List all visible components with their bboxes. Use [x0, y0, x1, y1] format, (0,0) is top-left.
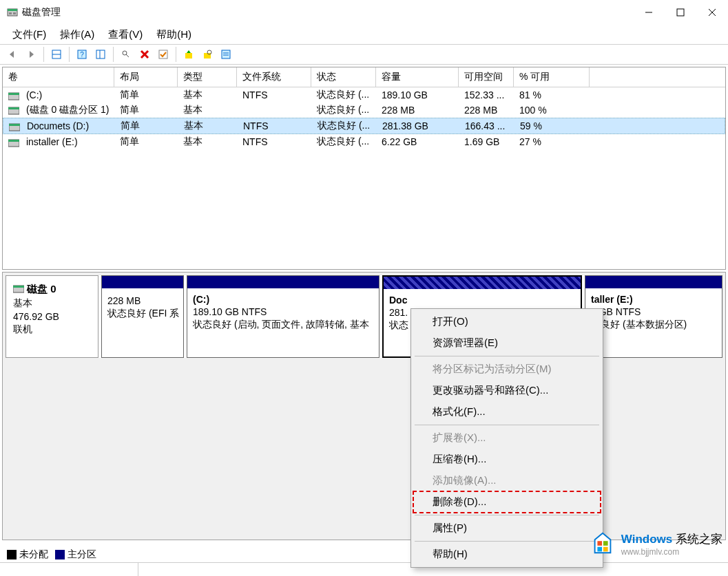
disk-row: 磁盘 0 基本 476.92 GB 联机 228 MB状态良好 (EFI 系(C… — [6, 275, 722, 358]
volume-table: 卷 布局 类型 文件系统 状态 容量 可用空间 % 可用 (C:)简单基本NTF… — [2, 67, 726, 270]
cm-extend: 扩展卷(X)... — [413, 427, 601, 449]
svg-text:?: ? — [80, 51, 84, 58]
menu-action[interactable]: 操作(A) — [54, 27, 100, 43]
svg-rect-5 — [677, 9, 684, 16]
col-free[interactable]: 可用空间 — [459, 67, 514, 87]
forward-button[interactable] — [23, 46, 39, 63]
svg-rect-35 — [597, 541, 602, 546]
svg-rect-34 — [13, 286, 24, 288]
svg-rect-32 — [8, 140, 19, 142]
watermark-icon — [590, 531, 616, 557]
svg-rect-37 — [597, 547, 602, 552]
cm-properties[interactable]: 属性(P) — [413, 518, 601, 539]
app-icon — [7, 7, 18, 18]
menu-help[interactable]: 帮助(H) — [151, 27, 197, 43]
table-row[interactable]: installer (E:)简单基本NTFS状态良好 (...6.22 GB1.… — [3, 134, 725, 149]
menubar: 文件(F) 操作(A) 查看(V) 帮助(H) — [0, 25, 728, 44]
back-button[interactable] — [4, 46, 21, 63]
partition[interactable]: (C:)189.10 GB NTFS状态良好 (启动, 页面文件, 故障转储, … — [187, 275, 379, 358]
svg-rect-26 — [8, 93, 19, 95]
cm-add-mirror: 添加镜像(A)... — [413, 470, 601, 491]
minimize-button[interactable] — [633, 0, 665, 25]
svg-rect-38 — [603, 547, 608, 552]
svg-line-15 — [126, 54, 129, 57]
cm-shrink[interactable]: 压缩卷(H)... — [413, 449, 601, 470]
col-layout[interactable]: 布局 — [114, 67, 178, 87]
menu-view[interactable]: 查看(V) — [103, 27, 148, 43]
toolbar-icon-2[interactable] — [199, 46, 216, 63]
partition[interactable]: 228 MB状态良好 (EFI 系 — [101, 275, 184, 358]
svg-rect-1 — [8, 9, 17, 11]
toolbar-icon-1[interactable] — [180, 46, 197, 63]
col-pct[interactable]: % 可用 — [514, 67, 590, 87]
cm-delete-volume[interactable]: 删除卷(D)... — [413, 491, 601, 513]
disk-graphical-view: 磁盘 0 基本 476.92 GB 联机 228 MB状态良好 (EFI 系(C… — [2, 272, 726, 540]
svg-rect-30 — [9, 124, 20, 126]
window-title: 磁盘管理 — [22, 6, 633, 19]
svg-rect-12 — [96, 50, 105, 58]
table-row[interactable]: Documets (D:)简单基本NTFS状态良好 (...281.38 GB1… — [3, 118, 725, 134]
toolbar-properties-icon[interactable] — [218, 46, 234, 63]
toolbar: ? — [0, 44, 728, 65]
menu-file[interactable]: 文件(F) — [7, 27, 52, 43]
table-row[interactable]: (C:)简单基本NTFS状态良好 (...189.10 GB152.33 ...… — [3, 87, 725, 103]
cm-format[interactable]: 格式化(F)... — [413, 401, 601, 423]
svg-rect-3 — [13, 12, 16, 14]
context-menu: 打开(O) 资源管理器(E) 将分区标记为活动分区(M) 更改驱动器号和路径(C… — [410, 308, 603, 568]
legend-primary-icon — [55, 550, 65, 559]
disk-icon — [13, 284, 24, 295]
table-header: 卷 布局 类型 文件系统 状态 容量 可用空间 % 可用 — [3, 67, 725, 87]
statusbar — [0, 562, 728, 576]
toolbar-view1[interactable] — [48, 46, 65, 63]
svg-rect-18 — [159, 50, 167, 58]
col-status[interactable]: 状态 — [311, 67, 376, 87]
svg-rect-20 — [204, 53, 211, 58]
col-fs[interactable]: 文件系统 — [237, 67, 311, 87]
watermark: Windows 系统之家 www.bjjmlv.com — [590, 531, 722, 557]
col-capacity[interactable]: 容量 — [376, 67, 459, 87]
legend-unallocated-icon — [7, 550, 17, 559]
cm-open[interactable]: 打开(O) — [413, 311, 601, 332]
legend: 未分配 主分区 — [7, 548, 96, 561]
svg-rect-22 — [222, 50, 230, 58]
col-volume[interactable]: 卷 — [3, 67, 114, 87]
toolbar-help-icon[interactable]: ? — [74, 46, 90, 63]
maximize-button[interactable] — [665, 0, 696, 25]
toolbar-view2[interactable] — [92, 46, 109, 63]
col-type[interactable]: 类型 — [178, 67, 237, 87]
partition[interactable]: taller (E:)2 GB NTFS态良好 (基本数据分区) — [585, 275, 722, 358]
close-button[interactable] — [696, 0, 728, 25]
cm-mark-active: 将分区标记为活动分区(M) — [413, 359, 601, 380]
disk-info[interactable]: 磁盘 0 基本 476.92 GB 联机 — [6, 275, 98, 358]
cm-help[interactable]: 帮助(H) — [413, 544, 601, 565]
svg-rect-28 — [8, 107, 19, 109]
toolbar-settings-icon[interactable] — [118, 46, 134, 63]
cm-change-letter[interactable]: 更改驱动器号和路径(C)... — [413, 380, 601, 401]
svg-rect-19 — [185, 53, 192, 58]
svg-rect-36 — [603, 541, 608, 546]
toolbar-delete-icon[interactable] — [136, 46, 153, 63]
cm-explorer[interactable]: 资源管理器(E) — [413, 332, 601, 354]
titlebar: 磁盘管理 — [0, 0, 728, 25]
toolbar-check-icon[interactable] — [155, 46, 171, 63]
table-row[interactable]: (磁盘 0 磁盘分区 1)简单基本状态良好 (...228 MB228 MB10… — [3, 103, 725, 118]
svg-rect-2 — [9, 12, 12, 14]
